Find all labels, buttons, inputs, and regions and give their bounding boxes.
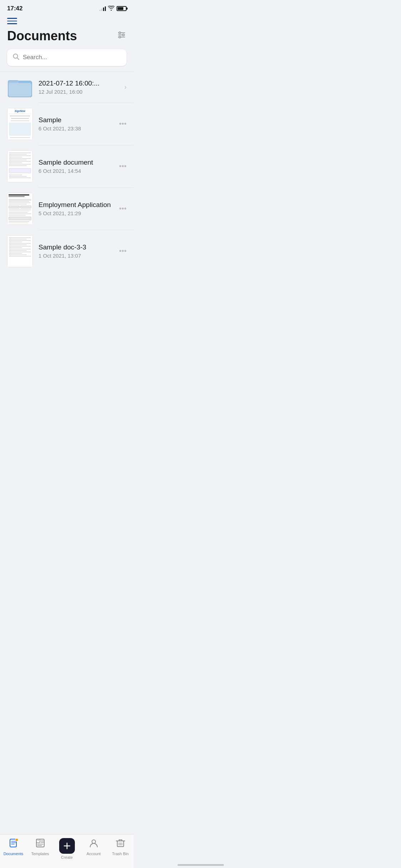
header: Documents: [0, 15, 134, 49]
search-icon: [13, 53, 19, 62]
filter-icon[interactable]: [117, 30, 127, 42]
document-list: 2021-07-12 16:00:... 12 Jul 2021, 16:00 …: [0, 72, 134, 304]
chevron-right-icon: ›: [124, 83, 127, 91]
battery-icon: [117, 6, 127, 11]
menu-button[interactable]: [7, 18, 17, 24]
doc-name: Sample document: [38, 159, 113, 166]
page-title: Documents: [7, 29, 77, 43]
doc-thumbnail: [7, 150, 33, 182]
doc-thumbnail: [7, 193, 33, 225]
status-bar: 17:42: [0, 0, 134, 15]
list-item[interactable]: Employment Application 5 Oct 2021, 21:29…: [0, 188, 134, 230]
doc-thumbnail: [7, 235, 33, 267]
signal-icon: [99, 6, 106, 11]
signnow-logo-text: SignNow: [15, 110, 25, 112]
svg-point-3: [119, 32, 121, 33]
doc-date: 6 Oct 2021, 14:54: [38, 168, 113, 174]
doc-name: 2021-07-12 16:00:...: [38, 79, 119, 87]
list-item[interactable]: Sample document 6 Oct 2021, 14:54 •••: [0, 145, 134, 187]
svg-point-5: [119, 36, 121, 38]
doc-name: Sample: [38, 116, 113, 124]
doc-name: Sample doc-3-3: [38, 243, 113, 251]
list-item[interactable]: 2021-07-12 16:00:... 12 Jul 2021, 16:00 …: [0, 72, 134, 103]
more-options-icon[interactable]: •••: [119, 162, 127, 170]
doc-info: Sample document 6 Oct 2021, 14:54: [38, 159, 113, 174]
doc-thumbnail: SignNow: [7, 108, 33, 140]
doc-info: Sample 6 Oct 2021, 23:38: [38, 116, 113, 131]
status-time: 17:42: [7, 5, 22, 12]
wifi-icon: [108, 6, 114, 12]
doc-name: Employment Application: [38, 201, 113, 209]
list-item[interactable]: Sample doc-3-3 1 Oct 2021, 13:07 •••: [0, 230, 134, 272]
doc-date: 12 Jul 2021, 16:00: [38, 89, 119, 95]
folder-icon: [7, 77, 33, 98]
more-options-icon[interactable]: •••: [119, 120, 127, 128]
svg-rect-12: [9, 83, 31, 97]
doc-date: 6 Oct 2021, 23:38: [38, 125, 113, 131]
status-icons: [99, 6, 127, 12]
more-options-icon[interactable]: •••: [119, 205, 127, 213]
svg-point-4: [123, 34, 124, 36]
doc-info: Employment Application 5 Oct 2021, 21:29: [38, 201, 113, 216]
list-item[interactable]: SignNow Sample 6 Oct 2021, 23:38 •••: [0, 103, 134, 145]
search-bar[interactable]: [7, 49, 127, 66]
more-options-icon[interactable]: •••: [119, 247, 127, 255]
doc-date: 5 Oct 2021, 21:29: [38, 210, 113, 216]
doc-info: Sample doc-3-3 1 Oct 2021, 13:07: [38, 243, 113, 259]
doc-info: 2021-07-12 16:00:... 12 Jul 2021, 16:00: [38, 79, 119, 95]
doc-date: 1 Oct 2021, 13:07: [38, 253, 113, 259]
search-input[interactable]: [23, 54, 121, 61]
search-container: [0, 49, 134, 72]
svg-line-7: [17, 58, 19, 60]
